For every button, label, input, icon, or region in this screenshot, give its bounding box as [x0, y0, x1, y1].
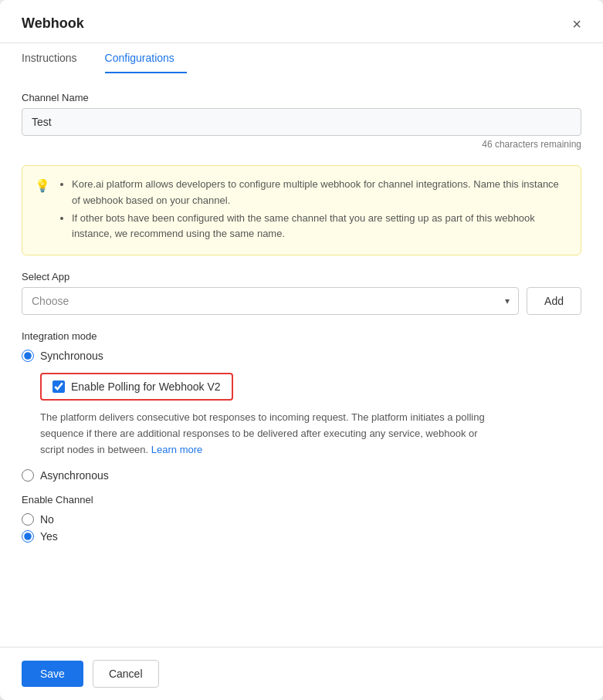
enable-polling-checkbox[interactable] [53, 380, 65, 393]
tab-bar: Instructions Configurations [0, 42, 603, 73]
info-box: 💡 Kore.ai platform allows developers to … [22, 165, 581, 255]
channel-name-group: Channel Name 46 characters remaining [22, 92, 581, 150]
save-button[interactable]: Save [22, 661, 83, 687]
tab-configurations[interactable]: Configurations [105, 42, 187, 73]
enable-channel-radio-group: No Yes [22, 513, 581, 543]
radio-synchronous-label: Synchronous [40, 350, 103, 362]
info-text: Kore.ai platform allows developers to co… [58, 177, 568, 244]
radio-yes-input[interactable] [22, 530, 34, 543]
radio-no-label: No [40, 513, 54, 526]
cancel-button[interactable]: Cancel [93, 660, 159, 688]
radio-no[interactable]: No [22, 513, 581, 526]
enable-channel-label: Enable Channel [22, 494, 581, 506]
radio-asynchronous[interactable]: Asynchronous [22, 469, 581, 482]
select-app-group: Select App Choose ▾ Add [22, 271, 581, 315]
close-button[interactable]: × [572, 16, 581, 42]
info-bullet-1: Kore.ai platform allows developers to co… [72, 177, 568, 209]
radio-asynchronous-label: Asynchronous [40, 469, 109, 482]
add-button[interactable]: Add [527, 287, 581, 315]
radio-synchronous-input[interactable] [22, 350, 34, 362]
enable-channel-section: Enable Channel No Yes [22, 494, 581, 543]
modal-title: Webhook [22, 15, 84, 42]
modal-footer: Save Cancel [0, 647, 603, 700]
select-app-row: Choose ▾ Add [22, 287, 581, 315]
tab-instructions[interactable]: Instructions [22, 42, 90, 73]
radio-yes-label: Yes [40, 530, 58, 543]
modal-body: Channel Name 46 characters remaining 💡 K… [0, 73, 603, 647]
webhook-modal: Webhook × Instructions Configurations Ch… [0, 0, 603, 700]
channel-name-label: Channel Name [22, 92, 581, 103]
info-icon: 💡 [35, 178, 50, 244]
channel-name-input[interactable] [22, 108, 581, 136]
learn-more-link[interactable]: Learn more [151, 444, 202, 455]
radio-yes[interactable]: Yes [22, 530, 581, 543]
polling-description: The platform delivers consecutive bot re… [40, 410, 503, 458]
select-app-label: Select App [22, 271, 581, 282]
radio-asynchronous-input[interactable] [22, 469, 34, 482]
radio-synchronous[interactable]: Synchronous [22, 350, 581, 362]
modal-header: Webhook × [0, 0, 603, 43]
enable-polling-checkbox-group: Enable Polling for Webhook V2 [40, 373, 233, 401]
integration-mode-label: Integration mode [22, 330, 581, 342]
radio-no-input[interactable] [22, 513, 34, 526]
integration-mode-section: Integration mode Synchronous Enable Poll… [22, 330, 581, 481]
integration-mode-radio-group: Synchronous Enable Polling for Webhook V… [22, 350, 581, 481]
info-bullet-2: If other bots have been configured with … [72, 211, 568, 243]
select-app-wrapper: Choose ▾ [22, 287, 519, 315]
select-app-dropdown[interactable]: Choose [22, 287, 519, 315]
enable-polling-label: Enable Polling for Webhook V2 [71, 380, 221, 393]
char-remaining: 46 characters remaining [22, 139, 581, 150]
